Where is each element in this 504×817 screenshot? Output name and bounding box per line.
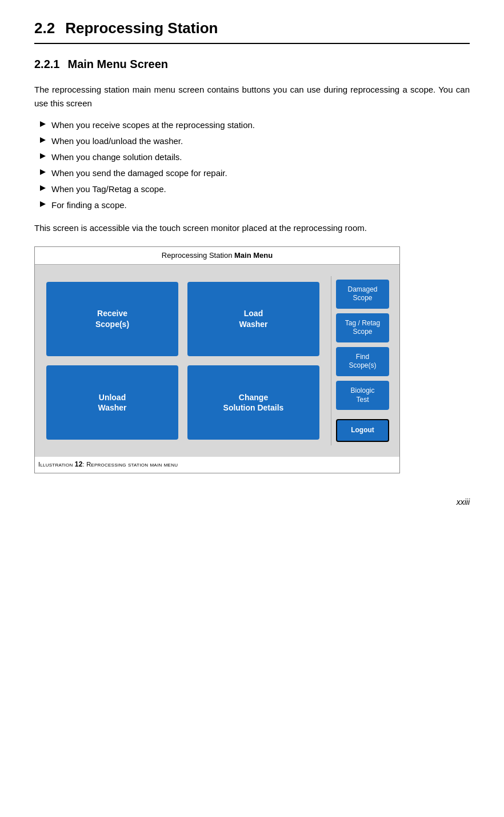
section-divider	[34, 43, 470, 44]
bullet-text: For finding a scope.	[51, 198, 127, 212]
bullet-text: When you Tag/Retag a scope.	[51, 182, 166, 196]
bullet-marker-icon	[40, 153, 46, 159]
find-scopes-button[interactable]: FindScope(s)	[336, 347, 389, 376]
body-text-2: This screen is accessible via the touch …	[34, 221, 470, 235]
subsection-title: Main Menu Screen	[67, 55, 168, 73]
bullet-text: When you load/unload the washer.	[51, 134, 183, 148]
section-number: 2.2	[34, 17, 55, 39]
damaged-scope-button[interactable]: DamagedScope	[336, 280, 389, 309]
page-number: xxiii	[34, 496, 470, 508]
biologic-test-button[interactable]: BiologicTest	[336, 381, 389, 410]
menu-left-buttons: ReceiveScope(s) LoadWasher UnloadWasher …	[41, 276, 325, 445]
bullet-item: When you receive scopes at the reprocess…	[40, 118, 470, 132]
bullet-text: When you receive scopes at the reprocess…	[51, 118, 255, 132]
change-solution-button[interactable]: ChangeSolution Details	[187, 365, 319, 440]
illustration-title-bar: Reprocessing Station Main Menu	[35, 247, 399, 265]
bullet-marker-icon	[40, 137, 46, 143]
bullet-item: When you send the damaged scope for repa…	[40, 166, 470, 180]
load-washer-button[interactable]: LoadWasher	[187, 282, 319, 356]
section-heading: 2.2 Reprocessing Station	[34, 17, 470, 39]
subsection-heading: 2.2.1 Main Menu Screen	[34, 55, 470, 73]
subsection-number: 2.2.1	[34, 55, 59, 73]
bullet-marker-icon	[40, 121, 46, 127]
bullet-marker-icon	[40, 169, 46, 175]
bullet-list: When you receive scopes at the reprocess…	[40, 118, 470, 212]
illustration-container: Reprocessing Station Main Menu ReceiveSc…	[34, 246, 400, 473]
bullet-marker-icon	[40, 185, 46, 191]
bullet-marker-icon	[40, 201, 46, 207]
bullet-item: When you Tag/Retag a scope.	[40, 182, 470, 196]
bullet-text: When you change solution details.	[51, 150, 182, 164]
illustration-title-label: Reprocessing Station	[162, 251, 234, 260]
menu-screen: ReceiveScope(s) LoadWasher UnloadWasher …	[35, 265, 399, 457]
menu-right-buttons: DamagedScope Tag / RetagScope FindScope(…	[331, 276, 394, 445]
section-title: Reprocessing Station	[65, 17, 218, 39]
receive-scopes-button[interactable]: ReceiveScope(s)	[46, 282, 178, 356]
bullet-item: When you change solution details.	[40, 150, 470, 164]
unload-washer-button[interactable]: UnloadWasher	[46, 365, 178, 440]
body-text-1: The reprocessing station main menu scree…	[34, 83, 470, 110]
bullet-item: When you load/unload the washer.	[40, 134, 470, 148]
tag-retag-scope-button[interactable]: Tag / RetagScope	[336, 313, 389, 342]
bullet-text: When you send the damaged scope for repa…	[51, 166, 227, 180]
bullet-item: For finding a scope.	[40, 198, 470, 212]
illustration-caption: Illustration 12: Reprocessing station ma…	[35, 457, 399, 473]
logout-button[interactable]: Logout	[336, 419, 389, 442]
